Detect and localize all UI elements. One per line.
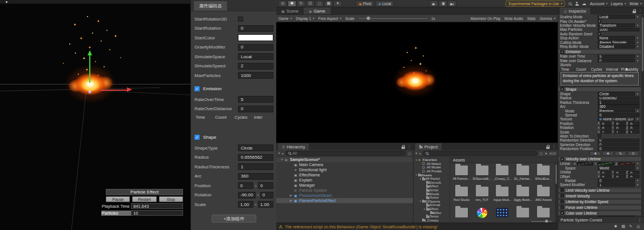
shape-row-field[interactable]: Circle xyxy=(238,144,273,151)
local-toggle-button[interactable]: ⊕Local xyxy=(375,1,394,7)
project-asset-tile[interactable] xyxy=(451,205,472,223)
cloud-icon[interactable]: ☁ xyxy=(582,1,586,6)
inspector-row[interactable]: Radial 0 ▾ XYZ xyxy=(558,179,641,183)
module-checkbox[interactable]: ✓ xyxy=(560,87,564,91)
gizmos-dropdown[interactable]: Gizmos▾ xyxy=(539,17,555,21)
inspector-field[interactable]: 5 xyxy=(598,55,635,59)
inspector-row[interactable]: Radius 0.6556562 0.6556562 ▾ XYZ xyxy=(558,96,641,100)
panel-icon[interactable]: ▤ xyxy=(621,224,625,229)
project-asset-tile[interactable]: 48 Particle... xyxy=(451,163,472,184)
emission-row-field[interactable]: 5 xyxy=(238,96,273,103)
layout-dropdown[interactable]: Wide▾ xyxy=(630,2,642,6)
gizmo-x-axis[interactable] xyxy=(101,90,127,91)
playback-button[interactable]: Stop xyxy=(159,196,183,202)
menu-icon[interactable]: ⋮ xyxy=(638,218,642,223)
project-tab[interactable]: Project xyxy=(415,143,442,150)
x-field[interactable]: 0 xyxy=(601,122,611,126)
project-asset-tile[interactable]: Ingua Medi... xyxy=(492,184,513,205)
module-checkbox[interactable]: ✓ xyxy=(560,50,564,54)
gizmo-center-handle[interactable] xyxy=(89,91,91,93)
maximize-on-play-toggle[interactable]: Maximize On Play xyxy=(471,17,500,21)
hierarchy-search-input[interactable]: All xyxy=(285,151,407,156)
inspector-row[interactable]: Radius Thickness 1 1 ▾ XYZ xyxy=(558,100,641,104)
dual-field-a[interactable]: -90.00 xyxy=(238,192,256,199)
dual-field-b[interactable]: 1.00 xyxy=(258,201,273,208)
inspector-row[interactable]: Align To Direction ▾ XYZ xyxy=(558,134,641,138)
scale-slider-knob[interactable] xyxy=(367,17,370,20)
project-asset-tile[interactable]: Hovl Studio xyxy=(451,184,472,205)
inspector-field[interactable]: 1 xyxy=(598,100,639,104)
project-asset-tile[interactable]: Jiggly Bubb... xyxy=(512,184,533,205)
account-dropdown[interactable]: Account▾ xyxy=(590,2,607,6)
color-swatch[interactable] xyxy=(238,34,273,41)
playback-button[interactable]: Pause xyxy=(106,196,130,202)
hierarchy-item[interactable]: ▶ ▣ FlamesParticleEffect xyxy=(276,198,413,203)
play-button[interactable]: ▶ xyxy=(430,1,438,7)
property-field[interactable]: 1000 xyxy=(238,72,273,79)
module-checkbox[interactable]: ✓ xyxy=(560,158,564,161)
inspector-field[interactable]: 0.6556562 xyxy=(598,96,639,100)
inspector-row[interactable]: Scaling Mode Local Local ▾ XYZ xyxy=(558,15,641,19)
project-asset-tile[interactable]: _Creepy_C... xyxy=(492,163,513,184)
playback-row-value[interactable]: 10 xyxy=(131,210,183,216)
collab-icon[interactable] xyxy=(575,2,578,5)
icon-size-slider[interactable] xyxy=(531,221,552,222)
project-tree-item[interactable]: ▼ Effect xyxy=(414,207,450,211)
project-tree-item[interactable]: ▼ Assets xyxy=(414,173,450,177)
inspector-field[interactable]: Always Simulate xyxy=(598,41,635,45)
shape-checkbox[interactable]: ✓ xyxy=(194,135,200,140)
inspector-checkbox[interactable]: ✓ xyxy=(598,32,601,35)
hierarchy-item[interactable]: ▶ ▣ PressurisedSteam xyxy=(276,193,413,198)
preview-3d-viewport[interactable]: Particle Effect PauseRestartStop Playbac… xyxy=(0,0,190,230)
project-tree-item[interactable]: Textur xyxy=(414,215,450,219)
inspector-row[interactable]: Texture None (Texture 2D) None (Texture … xyxy=(558,117,641,121)
scale-gizmo-button[interactable]: ⊡ xyxy=(627,151,639,156)
inspector-row[interactable]: Mode Random Random ▾ XYZ xyxy=(558,108,641,112)
x-field[interactable]: 1 xyxy=(601,130,611,134)
project-breadcrumb[interactable]: Assets xyxy=(450,157,558,163)
inspector-row[interactable]: Speed Modifier 1 ▾ XYZ xyxy=(558,183,641,187)
inspector-row[interactable]: Offset ▾ X0Y0Z0 xyxy=(558,174,641,178)
inspector-field[interactable]: Transform xyxy=(598,23,635,27)
inspector-field[interactable]: 0 xyxy=(598,113,639,117)
menu-icon[interactable]: ⋮ xyxy=(552,144,556,149)
view-tab[interactable]: ◉ Game xyxy=(304,7,331,14)
hierarchy-tab[interactable]: ☰Hierarchy xyxy=(278,143,309,150)
inspector-field[interactable]: 0 xyxy=(598,147,639,151)
project-tree-item[interactable]: Textur xyxy=(414,196,450,200)
emission-section-header[interactable]: ✓ Emission xyxy=(194,85,273,92)
module-checkbox[interactable] xyxy=(560,188,564,192)
inspector-field[interactable]: 0 xyxy=(598,179,635,183)
x-curve-strip[interactable] xyxy=(577,162,594,166)
project-tree-item[interactable]: ▼ Favorites xyxy=(414,158,450,162)
inspector-row[interactable]: Spherize Direction 0 0 ▾ XYZ xyxy=(558,143,641,147)
inspector-row[interactable]: Shape Circle Circle ▾ XYZ xyxy=(558,92,641,96)
project-asset-tile[interactable]: DL_Fantas... xyxy=(512,163,533,184)
bursts-column-header[interactable]: Cycles xyxy=(591,67,606,71)
project-asset-tile[interactable] xyxy=(512,205,533,223)
emission-module-header[interactable]: ✓Emission xyxy=(558,49,641,54)
display-dropdown[interactable]: Display 1▾ xyxy=(296,17,314,21)
project-search-input[interactable] xyxy=(423,151,538,156)
gizmo-x-arrowhead[interactable] xyxy=(127,87,132,92)
hierarchy-item[interactable]: ▣ EffectName xyxy=(276,172,413,177)
aspect-ratio-dropdown[interactable]: Free Aspect▾ xyxy=(318,17,341,21)
shape-module-header[interactable]: ✓Shape xyxy=(558,87,641,92)
inspector-field[interactable]: World xyxy=(598,166,635,170)
z-curve-strip[interactable] xyxy=(618,162,635,166)
project-asset-tile[interactable] xyxy=(492,205,513,223)
stats-toggle[interactable]: Stats xyxy=(527,17,536,21)
create-button[interactable]: + xyxy=(278,151,280,155)
inspector-row[interactable]: Stop Action None None ▾ XYZ xyxy=(558,36,641,40)
shape-row-field[interactable]: 0.6556562 xyxy=(238,154,273,161)
scrollbar-thumb[interactable] xyxy=(642,17,643,71)
velocity-linear-row[interactable]: Linear X Y Z ▾ xyxy=(558,162,641,166)
inspector-row[interactable]: Play On Awake* ✓ ✓ ▾ XYZ xyxy=(558,19,641,23)
x-field[interactable]: 0 xyxy=(601,126,611,130)
hierarchy-item[interactable]: ▼ ◈ SampleScence* xyxy=(276,157,413,162)
project-asset-tile[interactable]: 52SpecialE... xyxy=(472,163,492,184)
inspector-field[interactable]: Local xyxy=(598,15,635,19)
game-view[interactable] xyxy=(276,22,558,143)
filter-icon[interactable]: ◫ xyxy=(408,151,411,155)
add-component-button[interactable]: +添加组件 xyxy=(212,215,256,223)
